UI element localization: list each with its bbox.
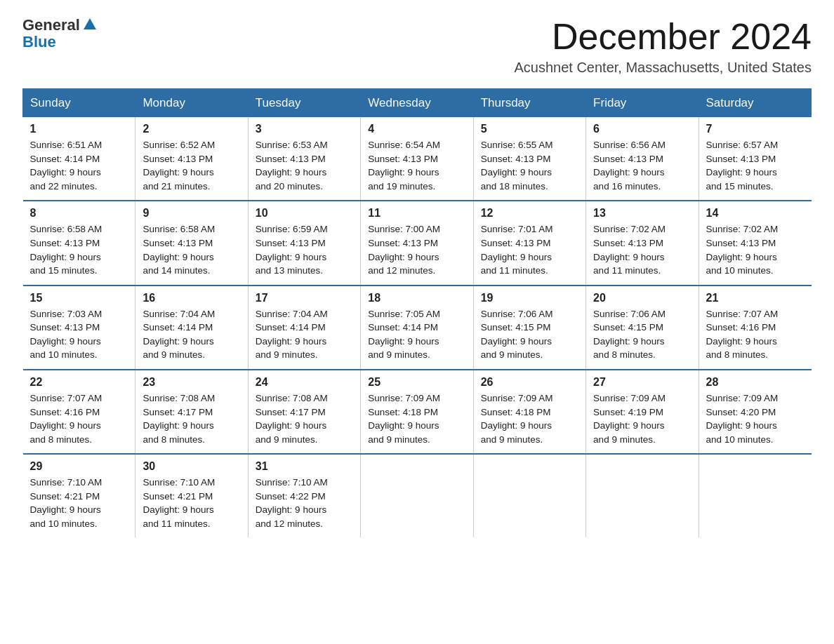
calendar-day-cell: 28Sunrise: 7:09 AM Sunset: 4:20 PM Dayli… [699, 370, 811, 454]
day-number: 29 [30, 460, 128, 473]
day-number: 18 [368, 292, 465, 304]
calendar-day-cell [361, 454, 473, 537]
logo: General Blue [22, 17, 98, 51]
calendar-day-cell: 29Sunrise: 7:10 AM Sunset: 4:21 PM Dayli… [23, 454, 135, 537]
day-number: 21 [706, 292, 805, 304]
calendar-day-cell: 10Sunrise: 6:59 AM Sunset: 4:13 PM Dayli… [248, 201, 360, 285]
day-number: 13 [593, 207, 691, 220]
calendar-table: SundayMondayTuesdayWednesdayThursdayFrid… [22, 88, 812, 537]
day-number: 15 [30, 292, 128, 304]
day-info: Sunrise: 7:01 AM Sunset: 4:13 PM Dayligh… [481, 222, 578, 277]
logo-general-text: General [22, 17, 80, 34]
day-info: Sunrise: 7:08 AM Sunset: 4:17 PM Dayligh… [143, 391, 240, 446]
calendar-day-cell [473, 454, 585, 537]
day-number: 14 [706, 207, 805, 220]
day-info: Sunrise: 7:04 AM Sunset: 4:14 PM Dayligh… [143, 307, 240, 362]
calendar-header: SundayMondayTuesdayWednesdayThursdayFrid… [23, 89, 812, 117]
calendar-day-cell: 18Sunrise: 7:05 AM Sunset: 4:14 PM Dayli… [361, 286, 473, 370]
day-info: Sunrise: 7:08 AM Sunset: 4:17 PM Dayligh… [256, 391, 353, 446]
day-number: 11 [368, 207, 465, 220]
calendar-day-cell: 9Sunrise: 6:58 AM Sunset: 4:13 PM Daylig… [135, 201, 248, 285]
day-number: 5 [481, 123, 578, 135]
calendar-day-cell: 22Sunrise: 7:07 AM Sunset: 4:16 PM Dayli… [23, 370, 135, 454]
calendar-day-cell: 2Sunrise: 6:52 AM Sunset: 4:13 PM Daylig… [135, 116, 248, 201]
day-number: 16 [143, 292, 240, 304]
day-info: Sunrise: 7:07 AM Sunset: 4:16 PM Dayligh… [30, 391, 128, 446]
calendar-day-cell: 30Sunrise: 7:10 AM Sunset: 4:21 PM Dayli… [135, 454, 248, 537]
day-number: 25 [368, 376, 465, 389]
day-number: 22 [30, 376, 128, 389]
calendar-day-cell: 12Sunrise: 7:01 AM Sunset: 4:13 PM Dayli… [473, 201, 585, 285]
day-info: Sunrise: 7:02 AM Sunset: 4:13 PM Dayligh… [593, 222, 691, 277]
day-info: Sunrise: 7:02 AM Sunset: 4:13 PM Dayligh… [706, 222, 805, 277]
calendar-day-cell: 1Sunrise: 6:51 AM Sunset: 4:14 PM Daylig… [23, 116, 135, 201]
day-info: Sunrise: 6:54 AM Sunset: 4:13 PM Dayligh… [368, 138, 465, 193]
calendar-day-cell: 31Sunrise: 7:10 AM Sunset: 4:22 PM Dayli… [248, 454, 360, 537]
calendar-day-cell: 8Sunrise: 6:58 AM Sunset: 4:13 PM Daylig… [23, 201, 135, 285]
calendar-day-cell: 23Sunrise: 7:08 AM Sunset: 4:17 PM Dayli… [135, 370, 248, 454]
day-info: Sunrise: 6:57 AM Sunset: 4:13 PM Dayligh… [706, 138, 805, 193]
day-number: 28 [706, 376, 805, 389]
weekday-header: Thursday [473, 89, 585, 117]
month-title: December 2024 [514, 17, 812, 57]
day-info: Sunrise: 6:52 AM Sunset: 4:13 PM Dayligh… [143, 138, 240, 193]
day-number: 4 [368, 123, 465, 135]
day-number: 6 [593, 123, 691, 135]
day-number: 2 [143, 123, 240, 135]
calendar-day-cell: 20Sunrise: 7:06 AM Sunset: 4:15 PM Dayli… [586, 286, 699, 370]
day-number: 9 [143, 207, 240, 220]
calendar-week-row: 15Sunrise: 7:03 AM Sunset: 4:13 PM Dayli… [23, 286, 812, 370]
day-number: 12 [481, 207, 578, 220]
day-info: Sunrise: 7:04 AM Sunset: 4:14 PM Dayligh… [256, 307, 353, 362]
day-number: 31 [256, 460, 353, 473]
page-header: General Blue December 2024 Acushnet Cent… [22, 17, 812, 76]
logo-blue-text: Blue [22, 34, 98, 51]
day-number: 10 [256, 207, 353, 220]
day-info: Sunrise: 7:09 AM Sunset: 4:18 PM Dayligh… [368, 391, 465, 446]
calendar-week-row: 1Sunrise: 6:51 AM Sunset: 4:14 PM Daylig… [23, 116, 812, 201]
calendar-day-cell: 24Sunrise: 7:08 AM Sunset: 4:17 PM Dayli… [248, 370, 360, 454]
day-info: Sunrise: 7:09 AM Sunset: 4:19 PM Dayligh… [593, 391, 691, 446]
day-info: Sunrise: 7:07 AM Sunset: 4:16 PM Dayligh… [706, 307, 805, 362]
day-number: 27 [593, 376, 691, 389]
calendar-day-cell: 19Sunrise: 7:06 AM Sunset: 4:15 PM Dayli… [473, 286, 585, 370]
calendar-day-cell: 17Sunrise: 7:04 AM Sunset: 4:14 PM Dayli… [248, 286, 360, 370]
day-info: Sunrise: 7:06 AM Sunset: 4:15 PM Dayligh… [481, 307, 578, 362]
day-info: Sunrise: 7:05 AM Sunset: 4:14 PM Dayligh… [368, 307, 465, 362]
day-number: 30 [143, 460, 240, 473]
weekday-header: Monday [135, 89, 248, 117]
day-number: 24 [256, 376, 353, 389]
day-info: Sunrise: 7:10 AM Sunset: 4:22 PM Dayligh… [256, 476, 353, 530]
day-info: Sunrise: 6:56 AM Sunset: 4:13 PM Dayligh… [593, 138, 691, 193]
day-number: 20 [593, 292, 691, 304]
title-block: December 2024 Acushnet Center, Massachus… [514, 17, 812, 76]
day-info: Sunrise: 6:55 AM Sunset: 4:13 PM Dayligh… [481, 138, 578, 193]
day-info: Sunrise: 7:03 AM Sunset: 4:13 PM Dayligh… [30, 307, 128, 362]
day-number: 8 [30, 207, 128, 220]
day-info: Sunrise: 6:51 AM Sunset: 4:14 PM Dayligh… [30, 138, 128, 193]
day-info: Sunrise: 7:06 AM Sunset: 4:15 PM Dayligh… [593, 307, 691, 362]
location-subtitle: Acushnet Center, Massachusetts, United S… [514, 60, 812, 76]
day-number: 17 [256, 292, 353, 304]
calendar-week-row: 29Sunrise: 7:10 AM Sunset: 4:21 PM Dayli… [23, 454, 812, 537]
day-number: 7 [706, 123, 805, 135]
day-info: Sunrise: 7:10 AM Sunset: 4:21 PM Dayligh… [143, 476, 240, 530]
day-number: 23 [143, 376, 240, 389]
calendar-day-cell [586, 454, 699, 537]
day-info: Sunrise: 6:58 AM Sunset: 4:13 PM Dayligh… [143, 222, 240, 277]
weekday-header: Friday [586, 89, 699, 117]
calendar-day-cell [699, 454, 811, 537]
weekday-header: Sunday [23, 89, 135, 117]
day-number: 1 [30, 123, 128, 135]
calendar-day-cell: 16Sunrise: 7:04 AM Sunset: 4:14 PM Dayli… [135, 286, 248, 370]
day-number: 19 [481, 292, 578, 304]
calendar-day-cell: 15Sunrise: 7:03 AM Sunset: 4:13 PM Dayli… [23, 286, 135, 370]
weekday-header: Wednesday [361, 89, 473, 117]
day-number: 3 [256, 123, 353, 135]
calendar-day-cell: 13Sunrise: 7:02 AM Sunset: 4:13 PM Dayli… [586, 201, 699, 285]
day-info: Sunrise: 6:59 AM Sunset: 4:13 PM Dayligh… [256, 222, 353, 277]
day-info: Sunrise: 7:09 AM Sunset: 4:18 PM Dayligh… [481, 391, 578, 446]
day-info: Sunrise: 6:53 AM Sunset: 4:13 PM Dayligh… [256, 138, 353, 193]
calendar-day-cell: 6Sunrise: 6:56 AM Sunset: 4:13 PM Daylig… [586, 116, 699, 201]
calendar-day-cell: 14Sunrise: 7:02 AM Sunset: 4:13 PM Dayli… [699, 201, 811, 285]
